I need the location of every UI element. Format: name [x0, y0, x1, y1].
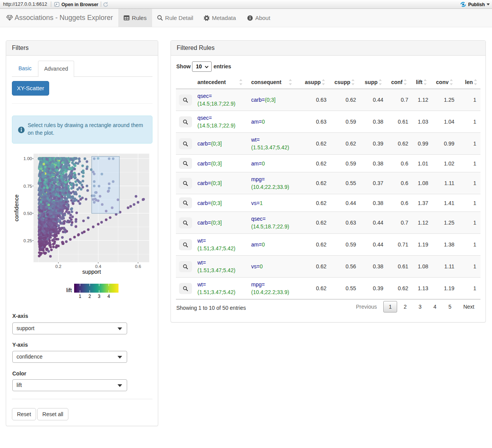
svg-text:lift: lift: [66, 287, 72, 293]
svg-text:3: 3: [98, 294, 101, 299]
svg-text:confidence: confidence: [13, 195, 20, 222]
svg-text:0.75: 0.75: [23, 184, 32, 188]
svg-text:support: support: [82, 269, 101, 275]
svg-text:1.00: 1.00: [23, 156, 32, 161]
svg-text:1: 1: [79, 294, 81, 299]
svg-text:0.50: 0.50: [23, 211, 32, 216]
svg-text:0.6: 0.6: [135, 264, 141, 269]
svg-text:4: 4: [108, 294, 110, 299]
svg-text:2: 2: [88, 294, 91, 299]
svg-text:0.2: 0.2: [55, 264, 61, 269]
svg-text:0.25: 0.25: [23, 238, 32, 243]
svg-text:0.4: 0.4: [95, 264, 102, 269]
